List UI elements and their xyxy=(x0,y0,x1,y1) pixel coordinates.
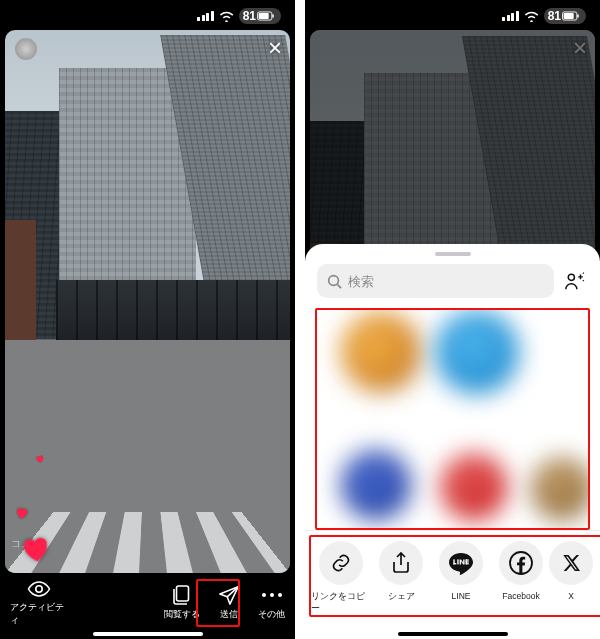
share-label: LINE xyxy=(452,591,471,601)
svg-rect-9 xyxy=(564,13,574,19)
svg-point-6 xyxy=(270,593,274,597)
share-icon xyxy=(391,552,411,574)
add-people-button[interactable] xyxy=(562,271,588,291)
search-box[interactable] xyxy=(317,264,554,298)
story-header[interactable] xyxy=(15,38,37,60)
story-viewport[interactable]: × コメント xyxy=(5,30,290,573)
search-icon xyxy=(327,274,342,289)
contact-avatar[interactable] xyxy=(341,312,421,392)
contact-avatar[interactable] xyxy=(441,454,507,520)
share-label: Facebook xyxy=(502,591,539,601)
more-icon xyxy=(261,585,283,605)
more-button[interactable]: その他 xyxy=(258,585,285,621)
browse-label: 閲覧する xyxy=(164,608,200,621)
share-sheet-screen: 81 × xyxy=(305,0,600,639)
svg-rect-15 xyxy=(457,559,459,564)
svg-point-11 xyxy=(329,275,339,285)
sheet-grabber[interactable] xyxy=(435,252,471,256)
more-label: その他 xyxy=(258,608,285,621)
svg-rect-4 xyxy=(177,586,189,601)
share-facebook[interactable]: Facebook xyxy=(491,541,551,615)
search-input[interactable] xyxy=(348,274,544,289)
people-grid[interactable] xyxy=(315,308,590,530)
wifi-icon xyxy=(219,11,234,22)
eye-icon xyxy=(27,580,51,598)
cards-icon xyxy=(171,585,193,605)
share-sheet: リンクをコピー シェア xyxy=(305,244,600,639)
line-icon xyxy=(448,551,474,575)
browse-button[interactable]: 閲覧する xyxy=(164,585,200,621)
share-x[interactable]: X xyxy=(551,541,591,615)
share-label: シェア xyxy=(388,591,415,603)
link-icon xyxy=(330,552,352,574)
send-button[interactable]: 送信 xyxy=(218,585,240,621)
activity-label: アクティビティ xyxy=(10,601,68,627)
wifi-icon xyxy=(524,11,539,22)
svg-rect-14 xyxy=(453,563,456,564)
battery-percent: 81 xyxy=(243,9,256,23)
status-bar: 81 xyxy=(305,6,600,26)
svg-rect-2 xyxy=(272,14,273,18)
home-indicator[interactable] xyxy=(398,632,508,636)
share-label: リンクをコピー xyxy=(311,591,371,615)
activity-button[interactable]: アクティビティ xyxy=(10,580,68,627)
battery-percent: 81 xyxy=(548,9,561,23)
share-options-row: リンクをコピー シェア xyxy=(305,530,600,631)
share-label: X xyxy=(568,591,574,601)
like-hearts[interactable] xyxy=(11,487,41,563)
svg-rect-10 xyxy=(577,14,578,18)
cellular-signal-icon xyxy=(197,11,214,21)
svg-rect-19 xyxy=(466,559,467,564)
close-icon[interactable]: × xyxy=(268,36,282,60)
send-icon xyxy=(218,585,240,605)
contact-avatar[interactable] xyxy=(531,458,590,520)
facebook-icon xyxy=(509,551,533,575)
home-indicator[interactable] xyxy=(93,632,203,636)
status-bar: 81 xyxy=(0,6,295,26)
svg-point-5 xyxy=(262,593,266,597)
battery-indicator: 81 xyxy=(239,8,281,24)
cellular-signal-icon xyxy=(502,11,519,21)
battery-indicator: 81 xyxy=(544,8,586,24)
contact-avatar[interactable] xyxy=(341,450,411,520)
svg-point-7 xyxy=(278,593,282,597)
share-system[interactable]: シェア xyxy=(371,541,431,615)
contact-avatar[interactable] xyxy=(435,310,519,394)
share-line[interactable]: LINE xyxy=(431,541,491,615)
story-action-bar: アクティビティ 閲覧する 送信 その他 xyxy=(0,578,295,628)
share-copy-link[interactable]: リンクをコピー xyxy=(311,541,371,615)
add-people-icon xyxy=(564,271,586,291)
svg-point-3 xyxy=(36,585,42,591)
x-icon xyxy=(561,553,581,573)
send-label: 送信 xyxy=(220,608,238,621)
story-view-screen: 81 × コメント アクティビ xyxy=(0,0,295,639)
avatar[interactable] xyxy=(15,38,37,60)
svg-point-12 xyxy=(568,274,574,280)
svg-rect-1 xyxy=(259,13,269,19)
